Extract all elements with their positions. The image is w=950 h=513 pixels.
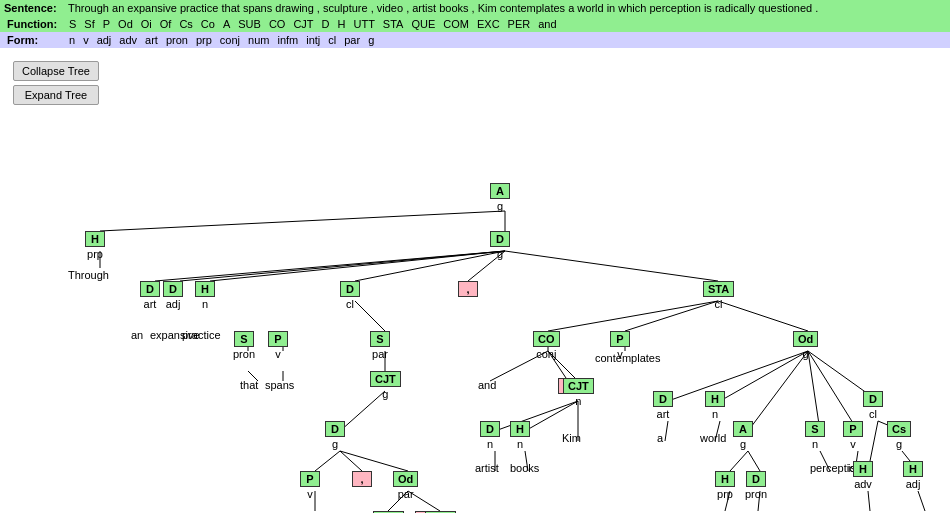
form-adv[interactable]: adv (116, 34, 140, 46)
node-H-prp-in[interactable]: H prp (715, 471, 735, 500)
node-Od-g[interactable]: Od g (793, 331, 818, 360)
node-S-n-perception[interactable]: S n (805, 421, 825, 450)
func-and[interactable]: and (535, 18, 559, 30)
tag-CO: CO (533, 331, 560, 347)
func-co2[interactable]: CO (266, 18, 289, 30)
form-bar: Form: n v adj adv art pron prp conj num … (0, 32, 950, 48)
node-P-v2[interactable]: P v (300, 471, 320, 500)
node-spans[interactable]: spans (265, 378, 294, 391)
func-sta[interactable]: STA (380, 18, 407, 30)
node-S-par[interactable]: S par (370, 331, 390, 360)
node-Through[interactable]: Through (68, 268, 109, 281)
func-p[interactable]: P (100, 18, 113, 30)
form-g[interactable]: g (365, 34, 377, 46)
word-n5: n (487, 438, 493, 450)
node-Kim[interactable]: Kim (562, 431, 581, 444)
node-an[interactable]: an (131, 328, 143, 341)
node-and[interactable]: and (478, 378, 496, 391)
func-s[interactable]: S (66, 18, 79, 30)
node-D-cl2[interactable]: D cl (863, 391, 883, 420)
tag-H-adv: H (853, 461, 873, 477)
func-h[interactable]: H (335, 18, 349, 30)
node-H-n-world[interactable]: H n (705, 391, 725, 420)
node-D-g-cjt[interactable]: D g (325, 421, 345, 450)
node-H-prp[interactable]: H prp (85, 231, 105, 260)
word-adj3: adj (906, 478, 921, 490)
node-Od-par[interactable]: Od par (393, 471, 418, 500)
node-D-art[interactable]: D art (140, 281, 160, 310)
word-par: par (372, 348, 388, 360)
func-sub[interactable]: SUB (235, 18, 264, 30)
node-CJT-g[interactable]: CJT g (370, 371, 401, 400)
node-H-n[interactable]: H n (195, 281, 215, 310)
func-d[interactable]: D (319, 18, 333, 30)
func-com[interactable]: COM (440, 18, 472, 30)
word-contemplates: contemplates (595, 352, 660, 364)
collapse-tree-button[interactable]: Collapse Tree (13, 61, 99, 81)
node-H-n-books[interactable]: H n (510, 421, 530, 450)
node-comma2[interactable]: , (352, 471, 372, 487)
tag-A: A (490, 183, 510, 199)
form-adj[interactable]: adj (94, 34, 115, 46)
tag-H: H (85, 231, 105, 247)
form-cl[interactable]: cl (325, 34, 339, 46)
node-H-adj[interactable]: H adj (903, 461, 923, 490)
node-books[interactable]: books (510, 461, 539, 474)
node-D-g-main[interactable]: D g (490, 231, 510, 260)
func-od[interactable]: Od (115, 18, 136, 30)
expand-tree-button[interactable]: Expand Tree (13, 85, 99, 105)
node-world[interactable]: world (700, 431, 726, 444)
node-D-adj[interactable]: D adj (163, 281, 183, 310)
func-que[interactable]: QUE (408, 18, 438, 30)
node-D-art-a[interactable]: D art (653, 391, 673, 420)
node-STA-cl[interactable]: STA cl (703, 281, 734, 310)
node-A-g-in[interactable]: A g (733, 421, 753, 450)
word-g3: g (382, 388, 388, 400)
node-D-pron-which[interactable]: D pron (745, 471, 767, 500)
word-prp2: prp (717, 488, 733, 500)
form-prp[interactable]: prp (193, 34, 215, 46)
tag-CJT: CJT (370, 371, 401, 387)
node-H-adv[interactable]: H adv (853, 461, 873, 490)
node-CO-conj[interactable]: CO conj (533, 331, 560, 360)
node-A-root[interactable]: A g (490, 183, 510, 212)
form-intj[interactable]: intj (303, 34, 323, 46)
node-CJT-n-co[interactable]: CJT n (563, 378, 594, 407)
form-infm[interactable]: infm (274, 34, 301, 46)
node-D-cl[interactable]: D cl (340, 281, 360, 310)
node-D-n-artist[interactable]: D n (480, 421, 500, 450)
tree-area: A g H prp Through D g D art an D adj exp… (0, 103, 950, 513)
tag-P3: P (610, 331, 630, 347)
node-that[interactable]: that (240, 378, 258, 391)
word-and: and (478, 379, 496, 391)
tag-D-cl2: D (863, 391, 883, 407)
func-a[interactable]: A (220, 18, 233, 30)
func-per[interactable]: PER (505, 18, 534, 30)
word-practice: practice (182, 329, 221, 341)
node-S-pron[interactable]: S pron (233, 331, 255, 360)
form-n[interactable]: n (66, 34, 78, 46)
func-cjt[interactable]: CJT (290, 18, 316, 30)
node-contemplates[interactable]: contemplates (595, 351, 660, 364)
node-P-v[interactable]: P v (268, 331, 288, 360)
form-pron[interactable]: pron (163, 34, 191, 46)
func-sf[interactable]: Sf (81, 18, 97, 30)
form-conj[interactable]: conj (217, 34, 243, 46)
form-num[interactable]: num (245, 34, 272, 46)
node-P-v-is[interactable]: P v (843, 421, 863, 450)
func-utt[interactable]: UTT (350, 18, 377, 30)
word-n4: n (575, 395, 581, 407)
func-of[interactable]: Of (157, 18, 175, 30)
form-v[interactable]: v (80, 34, 92, 46)
form-par[interactable]: par (341, 34, 363, 46)
node-comma1[interactable]: , (458, 281, 478, 297)
node-practice[interactable]: practice (182, 328, 221, 341)
node-artist[interactable]: artist (475, 461, 499, 474)
node-a[interactable]: a (657, 431, 663, 444)
func-co[interactable]: Co (198, 18, 218, 30)
func-cs[interactable]: Cs (176, 18, 195, 30)
form-art[interactable]: art (142, 34, 161, 46)
func-exc[interactable]: EXC (474, 18, 503, 30)
func-oi[interactable]: Oi (138, 18, 155, 30)
node-Cs-g[interactable]: Cs g (887, 421, 911, 450)
